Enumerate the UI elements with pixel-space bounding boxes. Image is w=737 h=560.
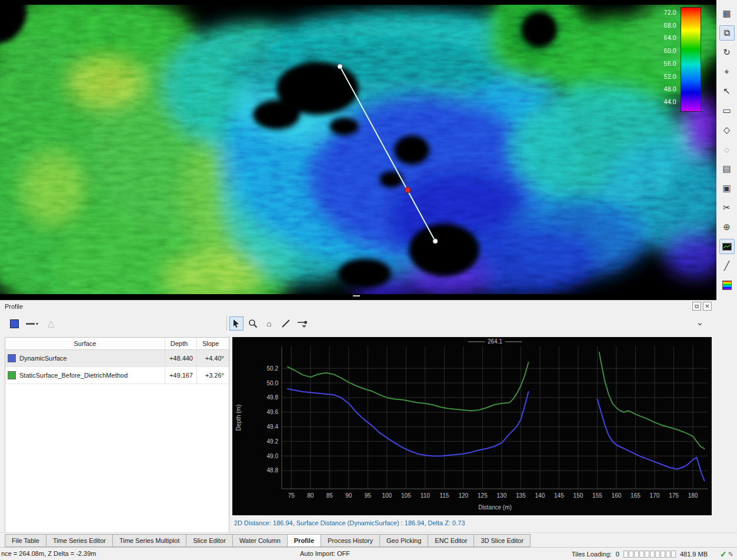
svg-text:50.0: 50.0 [267,380,279,386]
tab-time-series-editor[interactable]: Time Series Editor [46,534,113,547]
colorbar-label: 60.0 [649,47,676,54]
svg-text:170: 170 [650,492,660,499]
header-depth[interactable]: Depth [165,338,197,349]
svg-text:264.1: 264.1 [488,338,502,345]
tab-process-history[interactable]: Process History [321,534,380,547]
colorbar-label: 48.0 [649,85,676,92]
svg-text:50.2: 50.2 [267,365,279,372]
profile-chart-icon[interactable] [719,239,735,254]
triangle-marker-icon[interactable]: △ [48,318,55,329]
measure-tool[interactable] [279,316,293,331]
tab-water-column[interactable]: Water Column [232,534,288,547]
svg-text:48.8: 48.8 [267,467,279,474]
svg-text:49.6: 49.6 [267,409,279,415]
chart-preview [722,243,732,251]
colorbar-label: 44.0 [649,98,676,105]
header-slope[interactable]: Slope [197,338,228,349]
svg-text:49.0: 49.0 [267,453,279,459]
profile-endpoint-end[interactable] [433,239,438,244]
table-row[interactable]: DynamicSurface+48.440+4.40° [5,350,229,367]
plan-view-icon[interactable]: ▤ [719,161,735,176]
status-bar: nce = 264.08m, Z Delta = -2.39m Auto Imp… [0,547,737,560]
table-row[interactable]: StaticSurface_Before_DietrichMethod+49.1… [5,367,229,384]
svg-text:150: 150 [573,492,583,499]
circle-select-icon[interactable]: ◌ [719,142,735,157]
surface-slope: +3.26° [197,367,228,384]
tab-time-series-multiplot[interactable]: Time Series Multiplot [112,534,186,547]
magnifier-icon [248,319,258,328]
svg-text:115: 115 [439,492,449,499]
axes-3d-icon[interactable]: ⌖ [719,64,735,79]
profile-chart[interactable]: 7580859095100105110115120125130135140145… [232,337,712,515]
tiles-segment [671,551,676,558]
tab-slice-editor[interactable]: Slice Editor [186,534,233,547]
header-surface[interactable]: Surface [5,338,165,349]
svg-text:160: 160 [612,492,622,499]
profile-endpoint-start[interactable] [338,64,342,69]
colorbar-labels: 72.068.064.060.056.052.048.044.0 [649,9,676,105]
bathymetry-surface[interactable] [0,0,716,300]
profile-toolbar: ▾ △ ⌂ ⌄ [0,314,716,334]
pointer-icon [232,319,241,328]
ruler-icon [281,319,291,328]
pointer-tool[interactable] [229,316,244,331]
rect-select-icon[interactable]: ▭ [719,103,735,118]
tiles-segment [666,551,671,558]
profile-panel-header: Profile ⧉ ✕ [0,301,716,312]
tiles-loading-label: Tiles Loading: [572,551,612,558]
rotate-view-icon[interactable]: ↻ [719,45,735,60]
line-style-icon [26,323,35,325]
app-root: 72.068.064.060.056.052.048.044.0 ▦⧉↻⌖↖▭◇… [0,0,737,560]
profile-midpoint-marker[interactable] [405,187,411,193]
colorbar-label: 56.0 [649,60,676,67]
svg-text:180: 180 [688,492,698,499]
zoom-tool[interactable] [246,316,260,331]
svg-text:105: 105 [401,492,411,499]
bathymetry-3d-view[interactable]: 72.068.064.060.056.052.048.044.0 [0,0,716,300]
dropdown-arrow-icon: ▾ [36,321,38,326]
file-table-icon[interactable]: ▦ [719,6,735,21]
tiles-segment [629,551,633,558]
geo-pick-icon[interactable]: ⊕ [719,219,735,235]
profile-panel: Profile ⧉ ✕ ▾ △ ⌂ ⌄ [0,300,716,532]
close-panel-icon[interactable]: ✕ [703,302,712,311]
surface-depth: +48.440 [165,350,197,366]
snap-icon [296,319,308,328]
depth-colorbar[interactable] [681,7,701,112]
tab-3d-slice-editor[interactable]: 3D Slice Editor [473,534,531,547]
line-color-swatch[interactable] [10,319,19,328]
surface-color-swatch [8,354,16,362]
edit-surface-icon[interactable]: ▣ [719,181,735,196]
right-toolbar: ▦⧉↻⌖↖▭◇◌▤▣✂⊕╱ [716,0,737,547]
colormap-icon[interactable] [719,278,735,293]
svg-text:125: 125 [478,492,488,499]
tiles-segment [650,551,655,558]
tab-file-table[interactable]: File Table [5,534,46,547]
colorbar-label: 72.0 [649,9,676,16]
edit-pencil-icon: ✎ [728,551,733,558]
lasso-select-icon[interactable]: ◇ [719,122,735,138]
float-panel-icon[interactable]: ⧉ [692,302,701,311]
measure-ruler-icon[interactable]: ╱ [719,258,735,274]
svg-text:110: 110 [421,492,430,499]
tab-profile[interactable]: Profile [287,534,321,547]
ok-check-icon[interactable]: ✓ [720,549,727,559]
svg-text:75: 75 [288,492,295,499]
surface-depth: +49.167 [165,367,197,384]
svg-text:175: 175 [669,492,679,499]
svg-text:49.2: 49.2 [267,438,279,445]
layers-icon[interactable]: ⧉ [719,25,735,41]
home-view-tool[interactable]: ⌂ [262,316,276,331]
snap-options-tool[interactable] [295,316,309,331]
profile-status-line: 2D Distance: 186.94, Surface Distance (D… [234,519,465,526]
tab-geo-picking[interactable]: Geo Picking [379,534,428,547]
colorbar-label: 52.0 [649,73,676,80]
split-tool-icon[interactable]: ✂ [719,200,735,215]
svg-text:155: 155 [592,492,602,499]
select-arrow-icon[interactable]: ↖ [719,84,735,99]
tiles-segment [639,551,644,558]
auto-import-status: Auto Import: OFF [300,550,350,557]
collapse-chevron-icon[interactable]: ⌄ [696,317,703,328]
line-style-button[interactable]: ▾ [26,321,38,326]
tab-enc-editor[interactable]: ENC Editor [428,534,474,547]
